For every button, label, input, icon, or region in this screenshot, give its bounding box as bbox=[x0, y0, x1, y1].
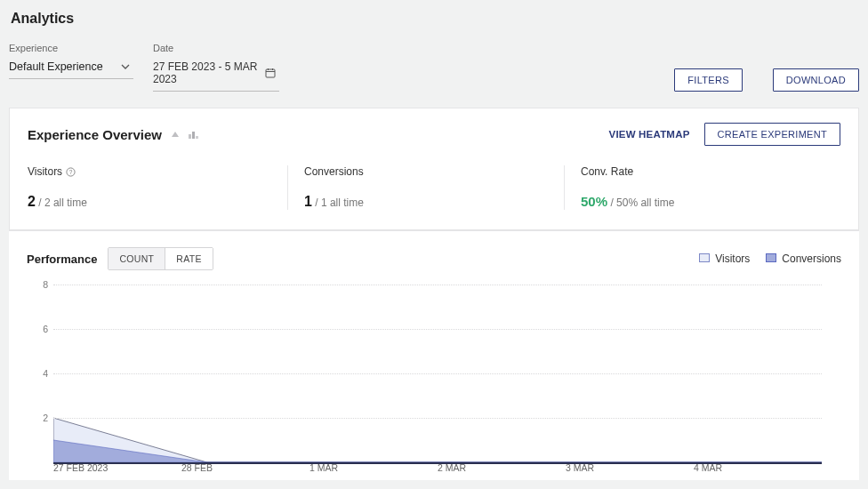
date-range-picker[interactable]: 27 FEB 2023 - 5 MAR 2023 bbox=[153, 57, 279, 92]
convrate-label: Conv. Rate bbox=[581, 165, 633, 178]
conversions-value: 1 bbox=[304, 194, 312, 209]
visitors-label: Visitors bbox=[28, 165, 62, 178]
y-tick: 6 bbox=[43, 324, 48, 334]
convrate-value: 50% bbox=[581, 194, 607, 209]
help-icon[interactable]: ? bbox=[66, 167, 76, 177]
visitors-suffix: / 2 all time bbox=[38, 196, 87, 209]
page-title: Analytics bbox=[11, 11, 859, 27]
chevron-down-icon bbox=[121, 64, 130, 69]
date-label: Date bbox=[153, 43, 279, 53]
metric-convrate: Conv. Rate 50% / 50% all time bbox=[564, 165, 840, 210]
visitors-value: 2 bbox=[28, 194, 36, 209]
legend-visitors: Visitors bbox=[699, 253, 750, 265]
overview-card: Experience Overview VIEW HEATMAP CREATE … bbox=[9, 108, 859, 230]
conversions-label: Conversions bbox=[304, 165, 364, 178]
overview-title: Experience Overview bbox=[28, 127, 162, 142]
filters-button[interactable]: FILTERS bbox=[674, 68, 743, 92]
convrate-suffix: / 50% all time bbox=[610, 196, 674, 209]
download-button[interactable]: DOWNLOAD bbox=[773, 68, 859, 92]
performance-toggle: COUNT RATE bbox=[108, 247, 213, 270]
experience-label: Experience bbox=[9, 43, 133, 53]
experience-select[interactable]: Default Experience bbox=[9, 57, 133, 79]
bar-chart-icon bbox=[187, 128, 199, 140]
metric-visitors: Visitors ? 2 / 2 all time bbox=[28, 165, 287, 210]
experience-value: Default Experience bbox=[9, 60, 103, 73]
y-tick: 2 bbox=[43, 413, 48, 423]
performance-title: Performance bbox=[27, 253, 97, 266]
legend-conversions: Conversions bbox=[766, 253, 841, 265]
tab-rate[interactable]: RATE bbox=[165, 248, 212, 269]
svg-rect-5 bbox=[192, 132, 195, 139]
tab-count[interactable]: COUNT bbox=[108, 248, 165, 269]
performance-card: Performance COUNT RATE Visitors Conversi… bbox=[9, 230, 859, 480]
svg-text:?: ? bbox=[69, 169, 73, 175]
date-value: 27 FEB 2023 - 5 MAR 2023 bbox=[153, 60, 265, 85]
svg-rect-0 bbox=[266, 69, 275, 77]
calendar-icon bbox=[265, 68, 276, 78]
svg-rect-6 bbox=[196, 136, 198, 139]
visitors-swatch-icon bbox=[699, 253, 710, 262]
view-heatmap-link[interactable]: VIEW HEATMAP bbox=[609, 129, 690, 140]
performance-chart: 2468 bbox=[27, 285, 841, 462]
conversions-suffix: / 1 all time bbox=[315, 196, 364, 209]
caret-up-icon bbox=[169, 128, 181, 140]
controls-row: Experience Default Experience Date 27 FE… bbox=[9, 43, 859, 92]
create-experiment-button[interactable]: CREATE EXPERIMENT bbox=[704, 123, 840, 146]
conversions-swatch-icon bbox=[766, 253, 776, 262]
y-tick: 4 bbox=[43, 368, 48, 379]
y-tick: 8 bbox=[43, 279, 48, 290]
svg-rect-4 bbox=[189, 134, 191, 139]
metric-conversions: Conversions 1 / 1 all time bbox=[287, 165, 564, 210]
